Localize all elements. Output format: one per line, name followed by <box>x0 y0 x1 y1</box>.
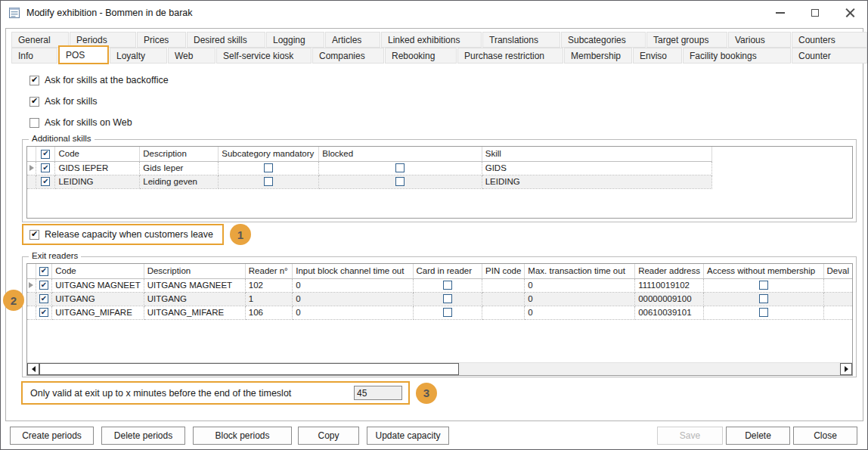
tab-prices[interactable]: Prices <box>137 32 186 48</box>
cell-reader-n[interactable]: 106 <box>245 306 292 319</box>
scroll-right-button[interactable] <box>840 363 852 375</box>
tab-enviso[interactable]: Enviso <box>633 48 682 64</box>
col-header-code[interactable]: Code <box>55 147 140 161</box>
cell-blocked[interactable] <box>319 175 482 188</box>
row-check-cell[interactable] <box>36 175 55 188</box>
row-selector[interactable] <box>27 278 36 292</box>
maximize-button[interactable] <box>798 1 832 24</box>
col-header-pin-code[interactable]: PIN code <box>482 264 525 278</box>
col-header-skill[interactable]: Skill <box>482 147 711 161</box>
tab-web[interactable]: Web <box>168 48 215 64</box>
cell-checkbox[interactable] <box>443 281 452 290</box>
select-all-header[interactable] <box>36 264 52 278</box>
row-check-cell[interactable] <box>36 306 52 319</box>
col-header-reader-n[interactable]: Reader n° <box>245 264 292 278</box>
col-header-input-block[interactable]: Input block channel time out <box>293 264 413 278</box>
cell-access-without-membership[interactable] <box>704 278 824 292</box>
row-check-cell[interactable] <box>36 278 52 292</box>
cell-checkbox[interactable] <box>759 281 768 290</box>
cell-deval[interactable] <box>823 278 852 292</box>
save-button[interactable]: Save <box>657 427 723 445</box>
cell-max-transaction[interactable]: 0 <box>525 278 635 292</box>
cell-checkbox[interactable] <box>395 177 405 186</box>
cell-checkbox[interactable] <box>759 308 768 317</box>
update-capacity-button[interactable]: Update capacity <box>367 427 449 445</box>
checkbox-icon[interactable] <box>29 118 39 128</box>
cell-pin-code[interactable] <box>482 292 525 306</box>
tab-facility-bookings[interactable]: Facility bookings <box>683 48 791 64</box>
cell-checkbox[interactable] <box>443 294 452 303</box>
tab-loyalty[interactable]: Loyalty <box>110 48 167 64</box>
tab-self-service-kiosk[interactable]: Self-service kiosk <box>216 48 312 64</box>
col-header-access-without-membership[interactable]: Access without membership <box>704 264 824 278</box>
checkbox-ask-skills[interactable]: Ask for skills <box>29 96 97 107</box>
minimize-button[interactable] <box>763 1 798 24</box>
cell-card-in-reader[interactable] <box>413 278 482 292</box>
checkbox-icon[interactable] <box>29 97 39 107</box>
cell-checkbox[interactable] <box>264 163 273 172</box>
row-checkbox[interactable] <box>41 177 50 186</box>
cell-input-block[interactable]: 0 <box>293 306 413 319</box>
checkbox-ask-skills-web[interactable]: Ask for skills on Web <box>29 117 132 128</box>
tab-pos[interactable]: POS <box>58 45 109 64</box>
tab-membership[interactable]: Membership <box>564 48 632 64</box>
cell-code[interactable]: UITGANG <box>52 292 144 306</box>
cell-access-without-membership[interactable] <box>704 306 824 319</box>
release-capacity-checkbox[interactable] <box>29 230 39 240</box>
tab-purchase-restriction[interactable]: Purchase restriction <box>457 48 563 64</box>
tab-counters[interactable]: Counters <box>792 32 867 48</box>
cell-deval[interactable] <box>823 306 852 319</box>
select-all-checkbox[interactable] <box>41 150 50 159</box>
cell-blocked[interactable] <box>319 161 482 175</box>
col-header-code[interactable]: Code <box>52 264 144 278</box>
tab-counter[interactable]: Counter <box>792 48 867 64</box>
row-checkbox[interactable] <box>41 163 50 172</box>
tab-info[interactable]: Info <box>11 48 57 64</box>
tab-subcategories[interactable]: Subcategories <box>561 32 646 48</box>
table-row[interactable]: LEIDING Leiding geven LEIDING <box>27 175 852 188</box>
cell-reader-address[interactable]: 11110019102 <box>635 278 704 292</box>
row-check-cell[interactable] <box>36 161 55 175</box>
tab-rebooking[interactable]: Rebooking <box>385 48 457 64</box>
cell-checkbox[interactable] <box>264 177 273 186</box>
tab-various[interactable]: Various <box>728 32 791 48</box>
table-row[interactable]: UITGANG_MIFARE UITGANG_MIFARE 106 0 0 00… <box>27 306 852 319</box>
cell-input-block[interactable]: 0 <box>293 292 413 306</box>
copy-button[interactable]: Copy <box>298 427 359 445</box>
checkbox-icon[interactable] <box>29 76 39 85</box>
cell-description[interactable]: Gids Ieper <box>140 161 219 175</box>
select-all-checkbox[interactable] <box>39 267 48 276</box>
scrollbar-thumb[interactable] <box>39 363 459 375</box>
col-header-description[interactable]: Description <box>140 147 219 161</box>
cell-pin-code[interactable] <box>482 278 525 292</box>
row-selector[interactable] <box>27 306 36 319</box>
cell-max-transaction[interactable]: 0 <box>525 292 635 306</box>
scrollbar-track[interactable] <box>459 363 840 375</box>
tab-translations[interactable]: Translations <box>482 32 560 48</box>
col-header-reader-address[interactable]: Reader address <box>635 264 704 278</box>
scroll-left-button[interactable] <box>27 363 39 375</box>
cell-card-in-reader[interactable] <box>413 306 482 319</box>
row-checkbox[interactable] <box>39 308 48 317</box>
select-all-header[interactable] <box>36 147 55 161</box>
col-header-deval[interactable]: Deval <box>823 264 852 278</box>
table-row[interactable]: UITGANG MAGNEET UITGANG MAGNEET 102 0 0 … <box>27 278 852 292</box>
cell-pin-code[interactable] <box>482 306 525 319</box>
tab-logging[interactable]: Logging <box>266 32 324 48</box>
cell-card-in-reader[interactable] <box>413 292 482 306</box>
cell-subcategory-mandatory[interactable] <box>219 175 319 188</box>
block-periods-button[interactable]: Block periods <box>193 427 292 445</box>
cell-access-without-membership[interactable] <box>704 292 824 306</box>
cell-skill[interactable]: LEIDING <box>482 175 711 188</box>
cell-deval[interactable] <box>823 292 852 306</box>
cell-subcategory-mandatory[interactable] <box>219 161 319 175</box>
row-selector[interactable] <box>27 292 36 306</box>
row-checkbox[interactable] <box>39 294 48 303</box>
col-header-blocked[interactable]: Blocked <box>319 147 482 161</box>
timeslot-minutes-input[interactable] <box>354 386 402 400</box>
col-header-card-in-reader[interactable]: Card in reader <box>413 264 482 278</box>
cell-reader-address[interactable]: 00000009100 <box>635 292 704 306</box>
create-periods-button[interactable]: Create periods <box>10 427 94 445</box>
delete-button[interactable]: Delete <box>726 427 790 445</box>
cell-checkbox[interactable] <box>443 308 452 317</box>
